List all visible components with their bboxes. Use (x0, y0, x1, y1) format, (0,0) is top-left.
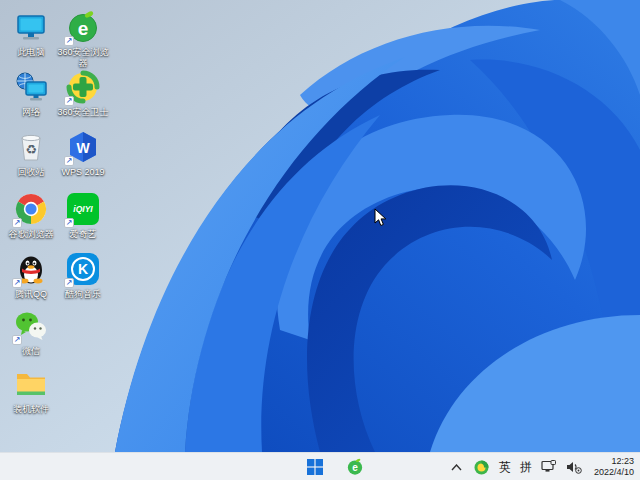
kugou-k-glyph: K (78, 261, 88, 277)
desktop-icon-kugou[interactable]: K ↗ 酷狗音乐 (54, 252, 112, 300)
icon-label: 腾讯QQ (15, 289, 47, 300)
icon-label: 网络 (22, 107, 40, 118)
ime-english-indicator[interactable]: 英 (499, 459, 511, 476)
icon-label: WPS 2019 (61, 167, 104, 178)
mouse-cursor (374, 208, 387, 227)
taskbar-tray: 英 拼 12:23 2022/4/10 (449, 453, 638, 480)
shortcut-arrow-icon: ↗ (12, 218, 22, 228)
volume-tray-button[interactable] (566, 459, 582, 475)
desktop-icon-recycle-bin[interactable]: ♻ 回收站 (2, 130, 60, 178)
desktop-icon-software-folder[interactable]: 装机软件 (2, 367, 60, 415)
shortcut-arrow-icon: ↗ (64, 218, 74, 228)
recycle-bin-icon: ♻ (14, 130, 48, 164)
shortcut-arrow-icon: ↗ (12, 278, 22, 288)
icon-label: 此电脑 (18, 47, 45, 58)
iqiyi-logo-text: iQIYI (73, 204, 92, 214)
chevron-up-icon (451, 464, 462, 471)
this-pc-icon (14, 10, 48, 44)
desktop-icon-this-pc[interactable]: 此电脑 (2, 10, 60, 58)
shortcut-arrow-icon: ↗ (64, 36, 74, 46)
360-guard-icon: ↗ (66, 70, 100, 104)
icon-label: 回收站 (18, 167, 45, 178)
speaker-icon (566, 460, 582, 474)
kugou-icon: K ↗ (66, 252, 100, 286)
icon-label: 酷狗音乐 (65, 289, 101, 300)
desktop-icon-iqiyi[interactable]: iQIYI ↗ 爱奇艺 (54, 192, 112, 240)
network-tray-button[interactable] (541, 459, 557, 475)
icon-label: 爱奇艺 (70, 229, 97, 240)
shortcut-arrow-icon: ↗ (64, 278, 74, 288)
clock-time: 12:23 (594, 456, 634, 467)
chrome-icon: ↗ (14, 192, 48, 226)
shortcut-arrow-icon: ↗ (12, 335, 22, 345)
wps-w-glyph: W (76, 140, 90, 156)
desktop-icon-wps[interactable]: W ↗ WPS 2019 (54, 130, 112, 178)
desktop-icon-wechat[interactable]: ↗ 微信 (2, 309, 60, 357)
svg-text:e: e (352, 462, 358, 473)
hidden-icons-chevron[interactable] (449, 459, 465, 475)
desktop-icon-network[interactable]: 网络 (2, 70, 60, 118)
shortcut-arrow-icon: ↗ (64, 96, 74, 106)
wechat-icon: ↗ (14, 309, 48, 343)
taskbar-center: e (273, 453, 367, 480)
icon-label: 装机软件 (13, 404, 49, 415)
desktop-icon-chrome[interactable]: ↗ 谷歌浏览器 (2, 192, 60, 240)
desktop: 此电脑 网络 ♻ 回收站 (0, 0, 640, 452)
ime-pinyin-indicator[interactable]: 拼 (520, 459, 532, 476)
icon-label: 360安全浏览器 (54, 47, 112, 69)
browser-e-glyph: e (78, 18, 89, 39)
taskbar: e 英 拼 (0, 452, 640, 480)
desktop-icon-360-guard[interactable]: ↗ 360安全卫士 (54, 70, 112, 118)
clock-date: 2022/4/10 (594, 467, 634, 478)
icon-label: 谷歌浏览器 (9, 229, 54, 240)
tray-360-icon[interactable] (474, 459, 490, 475)
desktop-icon-360-browser[interactable]: e ↗ 360安全浏览器 (54, 10, 112, 69)
360-browser-icon: e ↗ (66, 10, 100, 44)
network-icon (14, 70, 48, 104)
icon-label: 微信 (22, 346, 40, 357)
taskbar-clock[interactable]: 12:23 2022/4/10 (591, 456, 634, 478)
desktop-icon-qq[interactable]: ↗ 腾讯QQ (2, 252, 60, 300)
icon-label: 360安全卫士 (57, 107, 108, 118)
360-browser-taskbar-icon: e (346, 458, 364, 476)
iqiyi-icon: iQIYI ↗ (66, 192, 100, 226)
qq-penguin-icon: ↗ (14, 252, 48, 286)
folder-icon (14, 367, 48, 401)
start-button[interactable] (303, 455, 327, 479)
taskbar-360-browser-button[interactable]: e (343, 455, 367, 479)
shortcut-arrow-icon: ↗ (64, 156, 74, 166)
svg-text:♻: ♻ (25, 142, 37, 157)
ethernet-network-icon (541, 460, 556, 474)
windows-logo-icon (307, 459, 323, 475)
wps-icon: W ↗ (66, 130, 100, 164)
360-ball-icon (474, 460, 489, 475)
